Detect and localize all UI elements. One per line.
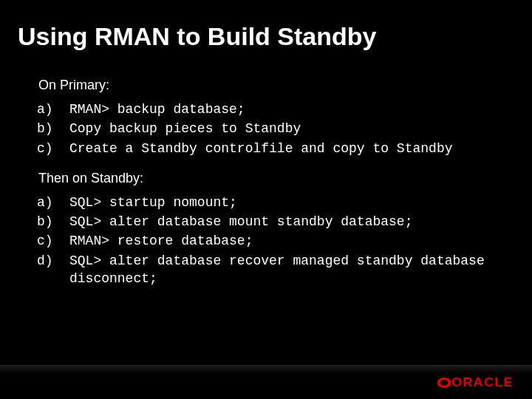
oracle-logo: ORACLE: [439, 375, 511, 390]
list-marker: c): [37, 140, 69, 157]
list-marker: d): [37, 252, 69, 270]
primary-steps-list: a) RMAN> backup database; b) Copy backup…: [37, 100, 495, 157]
list-marker: a): [37, 194, 69, 211]
section-heading-primary: On Primary:: [38, 78, 495, 93]
list-item: a) RMAN> backup database;: [37, 100, 495, 118]
list-item: b) Copy backup pieces to Standby: [37, 120, 495, 137]
list-text: Copy backup pieces to Standby: [69, 120, 301, 137]
list-text: RMAN> backup database;: [69, 100, 245, 118]
list-text: SQL> startup nomount;: [69, 194, 237, 211]
oracle-logo-text: ORACLE: [451, 375, 514, 390]
list-marker: b): [37, 213, 69, 231]
standby-steps-list: a) SQL> startup nomount; b) SQL> alter d…: [37, 194, 495, 287]
list-item: c) Create a Standby controlfile and copy…: [37, 140, 495, 157]
footer-divider: [0, 365, 532, 374]
section-heading-standby: Then on Standby:: [38, 171, 495, 186]
slide-content: On Primary: a) RMAN> backup database; b)…: [0, 78, 532, 287]
list-item: b) SQL> alter database mount standby dat…: [37, 213, 495, 231]
list-marker: b): [37, 120, 69, 137]
list-text: SQL> alter database mount standby databa…: [69, 213, 412, 231]
list-text: Create a Standby controlfile and copy to…: [69, 140, 452, 157]
list-item: d) SQL> alter database recover managed s…: [37, 252, 495, 288]
list-marker: a): [37, 100, 69, 118]
oracle-o-icon: [437, 378, 451, 388]
list-item: c) RMAN> restore database;: [37, 232, 495, 250]
slide: Using RMAN to Build Standby On Primary: …: [0, 0, 532, 399]
list-item: a) SQL> startup nomount;: [37, 194, 495, 211]
list-text: RMAN> restore database;: [69, 232, 253, 250]
list-marker: c): [37, 232, 69, 250]
slide-title: Using RMAN to Build Standby: [0, 22, 532, 64]
list-text: SQL> alter database recover managed stan…: [69, 252, 495, 288]
